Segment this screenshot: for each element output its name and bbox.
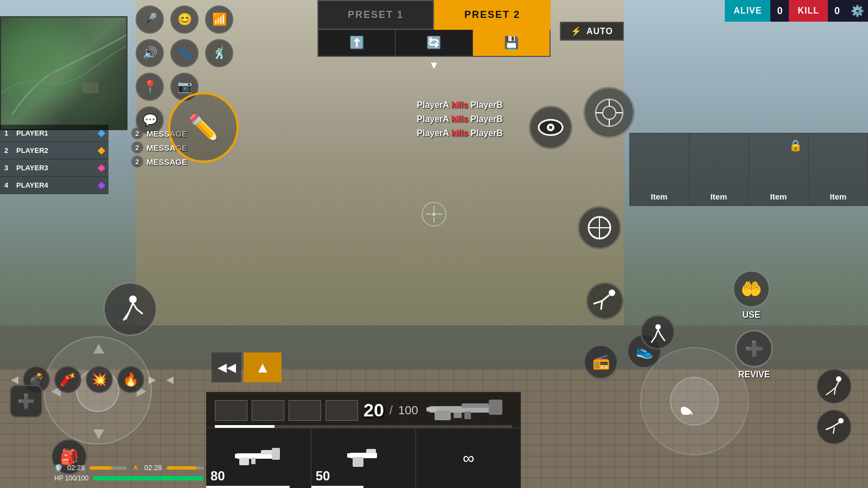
run-icon xyxy=(114,293,146,325)
scope-button[interactable] xyxy=(578,206,621,249)
weapon-slot-2[interactable]: 50 xyxy=(311,428,417,488)
ctrl-row-1: 🎤 😊 📶 xyxy=(136,5,233,34)
preset-chevron[interactable]: ▼ xyxy=(317,59,551,72)
player-entry-1: 1 PLAYER1 xyxy=(0,125,108,142)
expand-right[interactable]: ▶ xyxy=(149,374,156,386)
use-icon: 🤲 xyxy=(732,270,770,308)
revive-button[interactable]: ➕ REVIVE xyxy=(735,330,773,380)
inventory-top: 20 / 100 xyxy=(206,392,521,425)
player-entry-3: 3 PLAYER3 xyxy=(0,159,108,177)
player-diamond-3 xyxy=(98,164,105,171)
action-icons-br xyxy=(816,369,852,445)
player-num-2: 2 xyxy=(4,146,13,155)
prone-button[interactable] xyxy=(586,282,624,320)
player-num-3: 3 xyxy=(4,164,13,172)
mic-button[interactable]: 🎤 xyxy=(136,5,164,34)
player-num-4: 4 xyxy=(4,181,13,189)
weapon-slot-1[interactable]: 80 xyxy=(206,428,311,488)
run-button[interactable] xyxy=(103,282,157,336)
grenade-4[interactable]: 🔥 xyxy=(117,366,144,393)
prone-icon xyxy=(591,287,618,314)
preset-panel: PRESET 1 PRESET 2 ⬆️ 🔄 💾 ▼ xyxy=(317,0,551,72)
inventory-up-arrow[interactable]: ▲ xyxy=(244,352,282,382)
hp-label: HP 100/100 xyxy=(54,474,88,482)
crouch-action-button[interactable] xyxy=(816,369,852,404)
aim-button[interactable] xyxy=(529,106,572,149)
timer-bar-1 xyxy=(90,466,127,470)
player-name-2: PLAYER2 xyxy=(16,146,95,155)
svg-marker-15 xyxy=(93,344,104,354)
medkit-button[interactable]: ➕ xyxy=(10,385,42,418)
player-num-1: 1 xyxy=(4,129,13,137)
auto-label: AUTO xyxy=(586,27,613,36)
hp-bar xyxy=(93,476,203,480)
ak47-icon xyxy=(424,395,510,425)
weapon2-ammo: 50 xyxy=(316,468,330,484)
jump-button[interactable] xyxy=(640,314,675,350)
chat-count-2: 2 xyxy=(131,142,143,153)
player-name-4: PLAYER4 xyxy=(16,181,95,189)
grenade-3[interactable]: 💥 xyxy=(86,366,113,393)
attach-slot-2[interactable] xyxy=(252,400,284,421)
attach-slot-4[interactable] xyxy=(326,400,358,421)
preset-exit-button[interactable]: ⬆️ xyxy=(318,30,395,56)
weapon-slot-3[interactable]: ∞ xyxy=(416,428,521,488)
minimap[interactable] xyxy=(0,16,127,130)
use-button[interactable]: 🤲 USE xyxy=(732,270,770,320)
prone-2-icon xyxy=(824,416,845,438)
timer-value-1: 02:28 xyxy=(67,464,85,472)
preset-save-button[interactable]: 💾 xyxy=(473,30,550,56)
location-button[interactable]: 📍 xyxy=(136,73,164,101)
weapon1-ammo: 80 xyxy=(210,468,225,484)
item-slot-4[interactable]: Item xyxy=(808,133,868,206)
ammo-current: 20 xyxy=(363,400,384,421)
player-entry-4: 4 PLAYER4 xyxy=(0,177,108,194)
item-slot-2[interactable]: Item xyxy=(689,133,749,206)
attach-slot-3[interactable] xyxy=(289,400,321,421)
radio-button[interactable]: 📻 xyxy=(583,344,618,380)
player-diamond-1 xyxy=(98,129,105,137)
svg-rect-23 xyxy=(489,400,502,415)
kill-count: 0 xyxy=(828,0,846,22)
weapon1-icon xyxy=(234,445,283,472)
hp-row: HP 100/100 📍 xyxy=(54,474,217,483)
ammo-total: 100 xyxy=(398,403,418,418)
svg-rect-26 xyxy=(454,413,462,418)
prone-action-button[interactable] xyxy=(816,409,852,445)
player-name-1: PLAYER1 xyxy=(16,129,95,137)
svg-point-19 xyxy=(681,404,695,415)
auto-icon: ⚡ xyxy=(571,26,582,36)
auto-button[interactable]: ⚡ AUTO xyxy=(560,22,624,41)
emoji-button[interactable]: 😊 xyxy=(170,5,199,34)
item-slot-3[interactable]: 🔒 Item xyxy=(749,133,808,206)
preset-tab-1[interactable]: PRESET 1 xyxy=(317,0,434,30)
grenade-2[interactable]: 🧨 xyxy=(54,366,81,393)
inventory-left-arrow[interactable]: ◀◀ xyxy=(212,352,241,382)
player-diamond-4 xyxy=(98,181,105,189)
fire-button[interactable] xyxy=(583,87,635,138)
item-slots: Item Item 🔒 Item Item xyxy=(629,133,868,279)
attachment-slots xyxy=(215,400,358,421)
weapon-row: 80 50 ∞ xyxy=(206,428,521,488)
weapon2-bar xyxy=(311,486,363,488)
item-slot-1[interactable]: Item xyxy=(629,133,689,206)
paw-button[interactable]: 🐾 xyxy=(170,39,199,67)
svg-point-38 xyxy=(609,290,615,296)
svg-rect-31 xyxy=(239,458,249,465)
attach-slot-1[interactable] xyxy=(215,400,247,421)
svg-rect-35 xyxy=(366,449,376,453)
preset-reset-button[interactable]: 🔄 xyxy=(395,30,473,56)
wifi-button[interactable]: 📶 xyxy=(205,5,233,34)
svg-point-43 xyxy=(432,213,436,216)
sound-button[interactable]: 🔊 xyxy=(136,39,164,67)
expand-left[interactable]: ◀ xyxy=(11,374,18,386)
preset-tab-2[interactable]: PRESET 2 xyxy=(434,0,551,30)
svg-rect-24 xyxy=(435,410,451,420)
collapse-grenades[interactable]: ◀ xyxy=(166,374,174,386)
settings-button[interactable]: ⚙️ xyxy=(846,0,868,22)
dance-button[interactable]: 🕺 xyxy=(205,39,233,67)
item-label-1: Item xyxy=(651,192,668,201)
svg-point-14 xyxy=(129,296,137,303)
svg-rect-36 xyxy=(353,457,363,467)
svg-rect-27 xyxy=(464,412,471,419)
